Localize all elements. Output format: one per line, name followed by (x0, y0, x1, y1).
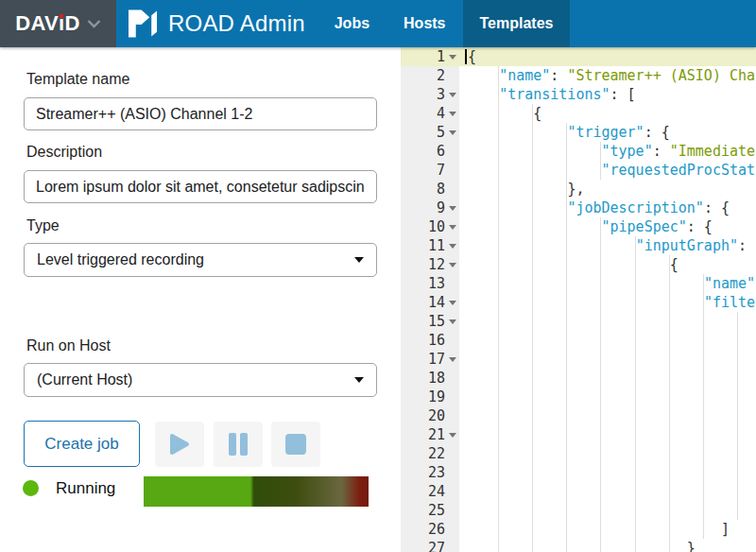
indent-guides (465, 482, 755, 501)
road-admin-logo-icon (129, 9, 158, 38)
code-line: 1{ (401, 47, 756, 66)
code-line: 15{ (401, 312, 756, 331)
code-line-text: "name": "Streamer++ (ASIO) Cha (459, 66, 756, 85)
line-number-gutter: 26 (401, 520, 459, 539)
code-line: 22 (401, 444, 756, 463)
fold-toggle-icon[interactable] (445, 130, 459, 135)
run-on-host-label: Run on Host (26, 337, 111, 354)
tab-templates[interactable]: Templates (463, 0, 571, 47)
template-name-input[interactable] (24, 97, 377, 130)
code-line-text (459, 501, 756, 520)
template-form-panel: Template name Description Type Level tri… (0, 47, 401, 552)
line-number-gutter: 18 (401, 369, 459, 388)
line-number: 23 (401, 463, 445, 482)
create-job-button[interactable]: Create job (24, 421, 140, 467)
line-number: 14 (401, 293, 445, 312)
description-input[interactable] (24, 170, 377, 203)
fold-toggle-icon[interactable] (445, 319, 459, 324)
line-number-gutter: 27 (401, 539, 459, 552)
line-number: 24 (401, 482, 445, 501)
code-line-text (459, 369, 756, 388)
stop-icon (284, 433, 307, 456)
line-number-gutter: 24 (401, 482, 459, 501)
line-number-gutter: 4 (401, 104, 459, 123)
code-line-text: "name": (459, 274, 756, 293)
text-cursor (465, 49, 467, 64)
indent-guides (465, 406, 755, 425)
line-number: 9 (401, 198, 445, 217)
line-number: 15 (401, 312, 445, 331)
code-line: 25 (401, 501, 756, 520)
code-line-text: "trigger": { (459, 123, 756, 142)
code-line-text: "type": "Immediate (459, 142, 756, 161)
fold-toggle-icon[interactable] (445, 93, 459, 97)
code-line-text (459, 388, 756, 406)
indent-guides (465, 369, 755, 388)
indent-guides (465, 312, 755, 331)
line-number: 25 (401, 501, 445, 520)
line-number: 5 (401, 123, 445, 142)
run-on-host-select[interactable]: (Current Host) (24, 363, 377, 397)
code-line-text (459, 406, 756, 425)
dropdown-arrow-icon (354, 257, 364, 263)
line-number: 13 (401, 274, 445, 293)
tab-jobs[interactable]: Jobs (318, 0, 387, 47)
line-number-gutter: 25 (401, 501, 459, 520)
code-line-text: "pipeSpec": { (459, 217, 756, 236)
line-number: 8 (401, 180, 445, 198)
fold-toggle-icon[interactable] (445, 263, 459, 267)
stop-button[interactable] (271, 422, 320, 467)
line-number-gutter: 14 (401, 293, 459, 312)
type-select[interactable]: Level triggered recording (24, 243, 377, 277)
code-line-text (459, 482, 756, 501)
level-meter (144, 476, 369, 507)
line-number: 16 (401, 331, 445, 350)
indent-guides (465, 123, 567, 142)
code-line-text: "filter": { (459, 293, 756, 312)
code-line: 20 (401, 406, 756, 425)
line-number-gutter: 5 (401, 123, 459, 142)
fold-toggle-icon[interactable] (445, 301, 459, 305)
dropdown-arrow-icon (354, 377, 364, 383)
fold-toggle-icon[interactable] (445, 225, 459, 230)
code-line: 16 (401, 331, 756, 350)
fold-toggle-icon[interactable] (445, 55, 459, 60)
description-label: Description (26, 144, 102, 161)
indent-guides (465, 66, 499, 85)
line-number-gutter: 17 (401, 350, 459, 369)
play-icon (168, 432, 191, 457)
code-line-text: "transitions": [ (459, 85, 756, 104)
json-code-editor[interactable]: 1{2"name": "Streamer++ (ASIO) Cha3"trans… (401, 47, 756, 552)
indent-guides (465, 350, 755, 369)
line-number-gutter: 9 (401, 198, 459, 217)
fold-toggle-icon[interactable] (445, 244, 459, 249)
pause-button[interactable] (214, 422, 263, 467)
indent-guides (465, 85, 499, 104)
code-line: 8}, (401, 180, 756, 198)
fold-toggle-icon[interactable] (445, 112, 459, 116)
code-line: 7"requestedProcStat (401, 161, 756, 180)
running-status-label: Running (56, 479, 115, 498)
line-number: 17 (401, 350, 445, 369)
template-name-label: Template name (26, 71, 129, 88)
code-line: 5"trigger": { (401, 123, 756, 142)
line-number-gutter: 20 (401, 406, 459, 425)
line-number: 3 (401, 85, 445, 104)
indent-guides (465, 425, 755, 444)
indent-guides (465, 444, 755, 463)
code-line-text: } (459, 539, 756, 552)
code-line-text (459, 444, 756, 463)
code-line-text: { (459, 104, 756, 123)
run-on-host-value: (Current Host) (37, 371, 132, 388)
line-number-gutter: 12 (401, 255, 459, 274)
editor-lines: 1{2"name": "Streamer++ (ASIO) Cha3"trans… (401, 47, 756, 552)
code-line: 24 (401, 482, 756, 501)
tab-hosts[interactable]: Hosts (387, 0, 462, 47)
indent-guides (465, 161, 602, 180)
code-line: 27} (401, 539, 756, 552)
fold-toggle-icon[interactable] (445, 206, 459, 211)
fold-toggle-icon[interactable] (445, 357, 459, 362)
play-button[interactable] (155, 422, 204, 467)
fold-toggle-icon[interactable] (445, 433, 459, 438)
david-logo-menu[interactable]: DAVıD (0, 0, 116, 47)
